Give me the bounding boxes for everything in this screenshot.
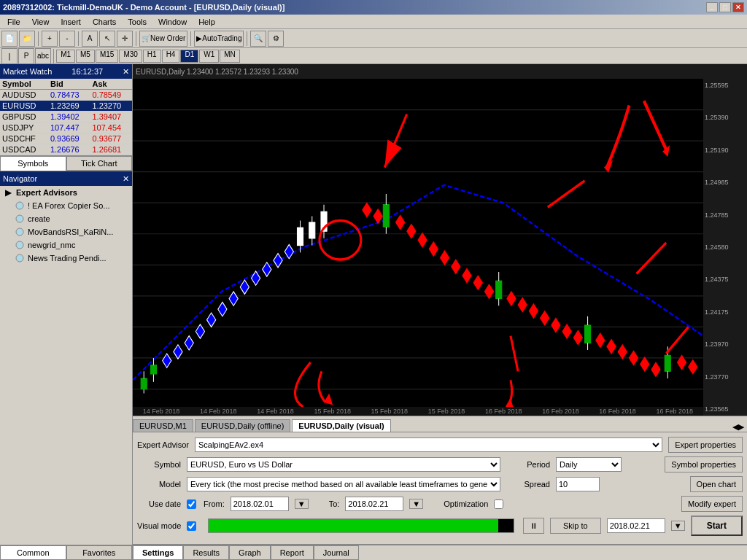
optimization-checkbox[interactable] [494,499,503,509]
navigator-close[interactable]: ✕ [123,174,129,184]
ask-cell: 0.78549 [90,90,132,101]
market-row[interactable]: USDCHF0.936690.93677 [0,133,132,144]
tab-results[interactable]: Results [183,545,229,560]
chart-scroll-arrows[interactable]: ◀ ▶ [732,422,747,432]
tf-m15[interactable]: M15 [96,50,118,63]
line-studies-btn[interactable]: A [82,31,98,47]
menu-tools[interactable]: Tools [122,16,152,28]
modify-expert-btn[interactable]: Modify expert [681,496,743,512]
tf-h1[interactable]: H1 [143,50,161,63]
bt-row-ea: Expert Advisor ScalpingEAv2.ex4 Expert p… [137,437,743,453]
from-date-input[interactable] [231,497,289,511]
open-btn[interactable]: 📁 [19,31,35,47]
line-tool-btn[interactable]: | [1,48,18,64]
date-label-6: 15 Feb 2018 [428,408,465,415]
chart-tab-m1[interactable]: EURUSD,M1 [133,419,193,432]
chart-tab-daily-offline[interactable]: EURUSD,Daily (offline) [195,419,291,432]
pause-btn[interactable]: ⏸ [523,518,544,534]
menu-view[interactable]: View [26,16,55,28]
nav-tab-common[interactable]: Common [0,545,66,560]
cal-btn-from[interactable]: ▼ [295,499,309,509]
date-label-7: 16 Feb 2018 [485,408,522,415]
close-btn[interactable]: ✕ [732,2,744,12]
tf-h4[interactable]: H4 [162,50,180,63]
tab-symbols[interactable]: Symbols [0,156,66,171]
autotrading-btn[interactable]: ▶ AutoTrading [194,31,244,47]
market-row[interactable]: EURUSD1.232691.23270 [0,101,132,112]
ea-icon [15,253,25,263]
nav-item[interactable]: News Trading Pendi... [0,252,132,265]
skip-to-btn[interactable]: Skip to [550,518,601,534]
expert-properties-btn[interactable]: Expert properties [668,437,743,453]
tf-d1[interactable]: D1 [180,50,198,63]
tab-tick-chart[interactable]: Tick Chart [66,156,133,171]
nav-item[interactable]: ▶Expert Advisors [0,186,132,199]
market-row[interactable]: AUDUSD0.784730.78549 [0,90,132,101]
nav-item-label: Expert Advisors [16,188,77,197]
menu-help[interactable]: Help [193,16,221,28]
bt-row-symbol: Symbol EURUSD, Euro vs US Dollar Period … [137,456,743,472]
open-chart-btn[interactable]: Open chart [690,476,743,492]
search-btn[interactable]: 🔍 [250,31,266,47]
price-5: 1.24785 [705,211,746,219]
tf-m1[interactable]: M1 [56,50,75,63]
skip-cal-btn[interactable]: ▼ [671,521,685,531]
nav-item[interactable]: create [0,212,132,225]
maximize-btn[interactable]: □ [719,2,731,12]
folder-icon: ▶ [3,187,13,198]
chart-date-labels: 14 Feb 2018 14 Feb 2018 14 Feb 2018 15 F… [133,407,703,416]
cal-btn-to[interactable]: ▼ [409,499,423,509]
nav-item[interactable]: ! EA Forex Copier So... [0,199,132,212]
chart-canvas[interactable]: 14 Feb 2018 14 Feb 2018 14 Feb 2018 15 F… [133,79,703,416]
zoom-in-btn[interactable]: + [42,31,58,47]
to-date-input[interactable] [345,497,403,511]
date-label-5: 15 Feb 2018 [371,408,409,415]
period-select[interactable]: Daily [556,457,622,472]
price-11: 1.23565 [705,405,746,413]
toolbar: 📄 📁 + - A ↖ ✛ 🛒 New Order ▶ AutoTrading … [0,29,747,48]
new-chart-btn[interactable]: 📄 [1,31,18,47]
ea-select[interactable]: ScalpingEAv2.ex4 [195,438,662,452]
tf-w1[interactable]: W1 [199,50,219,63]
crosshair-btn[interactable]: ✛ [117,31,133,47]
market-row[interactable]: GBPUSD1.394021.39407 [0,112,132,122]
title-bar: 20897312002: Tickmill-DemoUK - Demo Acco… [0,0,747,15]
tab-graph[interactable]: Graph [229,545,271,560]
skip-to-date-input[interactable] [607,518,665,533]
tf-m5[interactable]: M5 [76,50,95,63]
visual-mode-label: Visual mode [137,521,181,530]
cursor-btn[interactable]: ↖ [99,31,115,47]
menu-charts[interactable]: Charts [87,16,122,28]
abc-btn[interactable]: abc [35,48,51,64]
model-label: Model [137,480,181,489]
settings-btn[interactable]: ⚙ [268,31,284,47]
symbol-select[interactable]: EURUSD, Euro vs US Dollar [187,457,500,472]
toolbar-sep-5 [247,31,247,46]
nav-item[interactable]: newgrid_nmc [0,238,132,252]
market-watch-close[interactable]: ✕ [123,67,129,77]
menu-window[interactable]: Window [152,16,193,28]
visual-mode-checkbox[interactable] [187,521,196,531]
period-btn[interactable]: P [18,48,34,64]
symbol-properties-btn[interactable]: Symbol properties [665,456,743,472]
tab-settings[interactable]: Settings [133,545,183,560]
menu-file[interactable]: File [1,16,26,28]
tf-m30[interactable]: M30 [119,50,142,63]
use-date-checkbox[interactable] [187,499,196,509]
nav-item[interactable]: MovBandsRSI_KaRiN... [0,225,132,238]
tab-report[interactable]: Report [271,545,314,560]
new-order-btn[interactable]: 🛒 New Order [139,31,187,47]
model-select[interactable]: Every tick (the most precise method base… [187,477,500,491]
menu-insert[interactable]: Insert [55,16,87,28]
spread-input[interactable] [556,477,600,491]
market-row[interactable]: USDCAD1.266761.26681 [0,144,132,155]
minimize-btn[interactable]: _ [706,2,718,12]
start-btn[interactable]: Start [691,516,743,536]
chart-tab-daily-visual[interactable]: EURUSD,Daily (visual) [292,419,390,432]
tf-mn[interactable]: MN [220,50,240,63]
title-buttons[interactable]: _ □ ✕ [706,2,744,12]
tab-journal[interactable]: Journal [314,545,359,560]
market-row[interactable]: USDJPY107.447107.454 [0,122,132,133]
nav-tab-favorites[interactable]: Favorites [66,545,133,560]
zoom-out-btn[interactable]: - [59,31,75,47]
